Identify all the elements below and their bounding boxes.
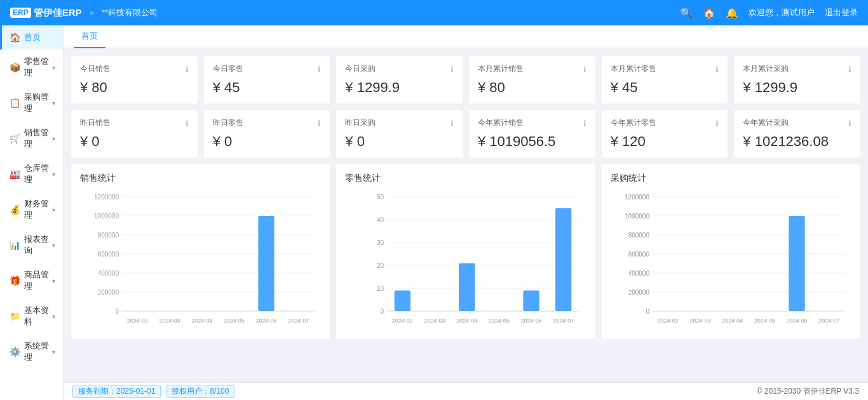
stat-value-month-retail: ¥ 45 xyxy=(611,79,719,96)
logo-icon: ERP xyxy=(10,8,31,18)
svg-text:2024-04: 2024-04 xyxy=(722,317,743,324)
service-date-badge: 服务到期：2025-01-01 xyxy=(72,385,161,398)
base-inner: 📁 基本资料 xyxy=(10,305,52,328)
sidebar-item-report-query[interactable]: 📊 报表查询 ▾ xyxy=(0,227,63,263)
svg-text:600000: 600000 xyxy=(628,251,649,258)
system-icon: ⚙️ xyxy=(10,347,20,357)
stat-info-icon-yesterday-purchase[interactable]: ℹ xyxy=(451,119,454,128)
base-label: 基本资料 xyxy=(24,305,52,328)
stat-info-icon-yesterday-sales[interactable]: ℹ xyxy=(186,119,189,128)
sidebar-item-purchase-mgmt[interactable]: 📋 采购管理 ▾ xyxy=(0,85,63,121)
svg-text:400000: 400000 xyxy=(628,270,649,277)
purchase-chart-area: 0200000400000600000800000100000012000002… xyxy=(611,190,851,330)
sidebar-item-sales-mgmt[interactable]: 🛒 销售管理 ▾ xyxy=(0,121,63,156)
svg-text:2024-05: 2024-05 xyxy=(489,317,510,324)
logout-button[interactable]: 退出登录 xyxy=(825,7,858,18)
stat-info-icon-month-retail[interactable]: ℹ xyxy=(715,65,719,74)
finance-inner: 💰 财务管理 xyxy=(10,198,52,221)
stat-info-icon-year-retail[interactable]: ℹ xyxy=(715,119,719,128)
sidebar-item-warehouse-mgmt[interactable]: 🏭 仓库管理 ▾ xyxy=(0,156,63,192)
svg-rect-38 xyxy=(459,263,475,311)
sidebar-item-goods-mgmt[interactable]: 🎁 商品管理 ▾ xyxy=(0,263,63,298)
stat-info-icon-today-sales[interactable]: ℹ xyxy=(186,65,189,74)
svg-text:600000: 600000 xyxy=(98,251,119,258)
stat-card-yesterday-retail: 昨日零售 ℹ ¥ 0 xyxy=(204,110,330,157)
svg-text:2024-02: 2024-02 xyxy=(657,317,678,324)
sidebar-home-label: 首页 xyxy=(24,32,41,43)
retail-chart-card: 零售统计 010203040502024-022024-032024-04202… xyxy=(336,164,595,339)
svg-text:800000: 800000 xyxy=(628,232,649,239)
goods-inner: 🎁 商品管理 xyxy=(10,269,52,292)
svg-text:2024-03: 2024-03 xyxy=(159,317,180,324)
sales-chevron: ▾ xyxy=(52,135,55,142)
user-info[interactable]: 欢迎您，测试用户 xyxy=(749,7,815,18)
sidebar-item-finance-mgmt[interactable]: 💰 财务管理 ▾ xyxy=(0,192,63,227)
home-tab[interactable]: 首页 xyxy=(74,25,105,48)
stat-info-icon-month-purchase[interactable]: ℹ xyxy=(848,65,851,74)
purchase-chart-card: 采购统计 02000004000006000008000001000000120… xyxy=(602,164,860,339)
retail-inner: 📦 零售管理 xyxy=(10,56,52,79)
copyright: © 2015-2030 管伊佳ERP V3.3 xyxy=(757,386,859,397)
warehouse-icon: 🏭 xyxy=(10,169,20,179)
search-icon[interactable]: 🔍 xyxy=(680,7,693,19)
svg-text:0: 0 xyxy=(646,308,649,315)
svg-text:30: 30 xyxy=(377,239,384,246)
logout-text: 退出登录 xyxy=(825,7,858,18)
service-date-value: 2025-01-01 xyxy=(116,387,155,396)
stat-info-icon-year-sales[interactable]: ℹ xyxy=(583,119,587,128)
sidebar-item-system-mgmt[interactable]: ⚙️ 系统管理 ▾ xyxy=(0,334,63,370)
service-date-label: 服务到期： xyxy=(78,387,116,396)
sales-label: 销售管理 xyxy=(24,127,52,150)
stat-card-yesterday-purchase: 昨日采购 ℹ ¥ 0 xyxy=(336,110,463,157)
welcome-text: 欢迎您，测试用户 xyxy=(749,7,815,18)
main-layout: 🏠 首页 📦 零售管理 ▾ 📋 采购管理 ▾ 🛒 销售管理 ▾ xyxy=(0,25,868,400)
retail-chart-area: 010203040502024-022024-032024-042024-052… xyxy=(345,190,586,330)
stat-info-icon-yesterday-retail[interactable]: ℹ xyxy=(318,119,321,128)
stat-value-year-purchase: ¥ 1021236.08 xyxy=(743,133,851,150)
logo-text: 管伊佳ERP xyxy=(34,7,82,19)
stat-info-icon-today-purchase[interactable]: ℹ xyxy=(451,65,454,74)
footer: 服务到期：2025-01-01 授权用户：8/100 © 2015-2030 管… xyxy=(64,382,868,400)
stat-label-year-purchase: 今年累计采购 ℹ xyxy=(743,117,851,128)
stat-label-year-retail: 今年累计零售 ℹ xyxy=(611,117,719,128)
svg-text:2024-02: 2024-02 xyxy=(392,317,413,324)
svg-text:50: 50 xyxy=(377,194,384,201)
topbar-right: 🔍 🏠 🔔 欢迎您，测试用户 退出登录 xyxy=(680,7,858,19)
bell-icon[interactable]: 🔔 xyxy=(726,7,738,19)
stat-value-today-retail: ¥ 45 xyxy=(213,79,322,96)
retail-chevron: ▾ xyxy=(52,64,55,71)
finance-chevron: ▾ xyxy=(52,206,55,213)
content-area: 首页 今日销售 ℹ ¥ 80 今日零售 ℹ ¥ 45 今日采购 ℹ xyxy=(64,25,868,400)
base-icon: 📁 xyxy=(10,311,20,321)
stat-value-year-sales: ¥ 1019056.5 xyxy=(478,133,587,150)
finance-label: 财务管理 xyxy=(24,198,52,221)
svg-rect-35 xyxy=(395,291,410,311)
svg-text:1200000: 1200000 xyxy=(625,194,649,201)
stat-label-month-purchase: 本月累计采购 ℹ xyxy=(743,63,851,74)
svg-rect-19 xyxy=(258,216,274,311)
sidebar-item-retail-mgmt[interactable]: 📦 零售管理 ▾ xyxy=(0,50,63,85)
report-icon: 📊 xyxy=(10,240,20,250)
stat-card-month-retail: 本月累计零售 ℹ ¥ 45 xyxy=(602,56,728,103)
stat-label-month-sales: 本月累计销售 ℹ xyxy=(478,63,587,74)
sidebar-item-base-data[interactable]: 📁 基本资料 ▾ xyxy=(0,298,63,334)
svg-text:2024-03: 2024-03 xyxy=(424,317,445,324)
stat-info-icon-today-retail[interactable]: ℹ xyxy=(318,65,321,74)
base-chevron: ▾ xyxy=(52,313,55,320)
stat-info-icon-month-sales[interactable]: ℹ xyxy=(583,65,587,74)
shop-icon[interactable]: 🏠 xyxy=(703,7,715,19)
company-name: **科技有限公司 xyxy=(102,7,158,18)
stat-value-yesterday-purchase: ¥ 0 xyxy=(345,133,454,150)
stat-card-year-purchase: 今年累计采购 ℹ ¥ 1021236.08 xyxy=(734,110,860,157)
svg-rect-64 xyxy=(789,216,804,311)
stat-card-year-sales: 今年累计销售 ℹ ¥ 1019056.5 xyxy=(469,110,595,157)
stat-card-today-purchase: 今日采购 ℹ ¥ 1299.9 xyxy=(336,56,463,103)
svg-text:800000: 800000 xyxy=(98,232,119,239)
stat-label-yesterday-purchase: 昨日采购 ℹ xyxy=(345,117,454,128)
authorized-users-badge: 授权用户：8/100 xyxy=(166,385,234,398)
sidebar-item-home[interactable]: 🏠 首页 xyxy=(0,25,63,50)
svg-text:20: 20 xyxy=(377,262,384,269)
stats-row2: 昨日销售 ℹ ¥ 0 昨日零售 ℹ ¥ 0 昨日采购 ℹ ¥ 0 今年累计销售 xyxy=(71,110,860,157)
stat-card-year-retail: 今年累计零售 ℹ ¥ 120 xyxy=(602,110,728,157)
stat-info-icon-year-purchase[interactable]: ℹ xyxy=(848,119,851,128)
